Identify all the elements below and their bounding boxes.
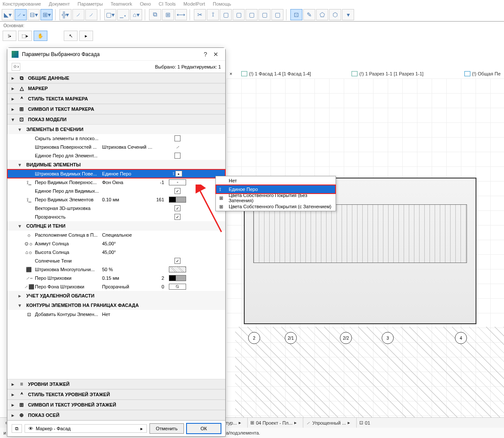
tool-btn[interactable]: ◣▾ <box>2 9 14 20</box>
prop-sun-azimuth[interactable]: ⊙☼Азимут Солнца45,00° <box>7 239 225 248</box>
section-model-display[interactable]: ▾⊡ПОКАЗ МОДЕЛИ <box>7 114 225 125</box>
axis-label: 2/2 <box>340 332 352 344</box>
prop-single-pen-visible[interactable]: Единое Перо для Видимых...✓ <box>7 187 225 195</box>
tab-perspective[interactable]: (!) Общая Пе <box>461 70 504 77</box>
menu-item[interactable]: Teamwork <box>111 1 132 6</box>
dd-option-own-colors-shaded[interactable]: ⊞Цвета Собственного Покрытия (с Затенени… <box>216 202 336 211</box>
prop-single-pen-cut[interactable]: Единое Перо для Элемент... <box>7 151 225 160</box>
tool-btn[interactable]: ⎯▾ <box>117 9 129 20</box>
tool-btn[interactable]: ⊟▾ <box>28 9 40 20</box>
tab-section[interactable]: (!) 1 Разрез 1-1 [1 Разрез 1-1] <box>348 70 427 77</box>
subheader-sun[interactable]: ▾СОЛНЦЕ И ТЕНИ <box>7 221 225 231</box>
tool-btn[interactable]: ✎ <box>303 9 315 20</box>
axis-label: 3 <box>382 332 394 344</box>
close-button[interactable]: ✕ <box>211 51 221 58</box>
dialog-title: Параметры Выбранного Фасада <box>22 51 200 57</box>
menu-item[interactable]: Окно <box>140 1 151 6</box>
tool-btn[interactable]: ⊡ <box>290 9 302 20</box>
axis-label: 2 <box>248 332 260 344</box>
display-option[interactable]: Упрощенный ... <box>312 420 346 425</box>
toolbar: ◣▾ ⟋▾ ⊟▾ ⊞▾ ╬▾ ⟋ ⟋ ▢▾ ⎯▾ ⌂▾ ⧉ ⊞ ⟷ ✂ ⟟ ▢ … <box>0 8 504 22</box>
prop-transparency[interactable]: Прозрачность✓ <box>7 213 225 221</box>
tool-btn[interactable]: ▢ <box>220 9 232 20</box>
layer-icon[interactable]: ⧉ <box>12 424 22 433</box>
tool-btn[interactable]: ⟋ <box>85 9 97 20</box>
section-marker-text-style[interactable]: ▸ᴬСТИЛЬ ТЕКСТА МАРКЕРА <box>7 94 225 104</box>
pen-set[interactable]: 04 Проект - Пл... <box>256 420 292 425</box>
prop-hide-elements[interactable]: Скрыть элементы в плоско... <box>7 134 225 143</box>
tool-btn[interactable]: ⬠ <box>316 9 328 20</box>
tool-btn[interactable]: ✂ <box>194 9 206 20</box>
marker-label-field[interactable]: 👁Маркер - Фасад▸ <box>25 424 147 433</box>
tool-btn[interactable]: ⧉ <box>149 9 161 20</box>
subheader-visible[interactable]: ▾ВИДИМЫЕ ЭЛЕМЕНТЫ <box>7 160 225 169</box>
renovation-filter[interactable]: 01 <box>365 420 370 425</box>
section-story-text-style[interactable]: ▸ᴬСТИЛЬ ТЕКСТА УРОВНЕЙ ЭТАЖЕЙ <box>7 389 225 400</box>
prop-fill-bg-pen[interactable]: ⟋⬛Перо Фона ШтриховкиПрозрачный0 <box>7 282 225 291</box>
dd-option-own-colors-unshaded[interactable]: ⊞Цвета Собственного Покрытия (Без Затене… <box>216 194 336 202</box>
fill-type-dropdown: Нет ⟟Единое Перо ⊞Цвета Собственного Пок… <box>215 176 336 211</box>
tab-elevation[interactable]: (!) 1 Фасад 1-4 [1 Фасад 1-4] <box>238 70 314 77</box>
prop-visible-fill[interactable]: Штриховка Видимых Пове...Единое Перо⟟▸ <box>7 169 225 178</box>
archicad-icon <box>12 51 19 58</box>
tool-btn[interactable]: ⊞ <box>162 9 174 20</box>
prop-sun-position[interactable]: ☼Расположение Солнца в П...Специальное <box>7 231 225 239</box>
tool2-btn[interactable]: ✋ <box>34 31 47 41</box>
view-tabs: × (!) 1 Фасад 1-4 [1 Фасад 1-4] (!) 1 Ра… <box>227 69 504 78</box>
tab-close-icon[interactable]: × <box>227 71 235 76</box>
prop-shadow-fill[interactable]: ⬛Штриховка Многоугольни...50 % <box>7 265 225 274</box>
section-general[interactable]: ▸⧉ОБЩИЕ ДАННЫЕ <box>7 73 225 83</box>
dd-option-single-pen[interactable]: ⟟Единое Перо <box>216 185 336 194</box>
prop-add-contours[interactable]: ⊡Добавить Контуры Элемен...Нет <box>7 310 225 319</box>
menu-item[interactable]: Помощь <box>213 1 231 6</box>
tool-btn[interactable]: ▢ <box>246 9 258 20</box>
tool-btn[interactable]: ▢ <box>233 9 245 20</box>
help-button[interactable]: ? <box>200 51 211 58</box>
drawing-canvas[interactable]: 2 2/1 2/2 3 4 <box>227 78 504 417</box>
prop-vector-hatch[interactable]: Векторная 3D-штриховка✓ <box>7 204 225 213</box>
section-marker[interactable]: ▸△МАРКЕР <box>7 83 225 94</box>
tool-btn[interactable]: ⟟ <box>207 9 219 20</box>
section-grid-display[interactable]: ▸⊕ПОКАЗ ОСЕЙ <box>7 410 225 420</box>
arrow-icon[interactable]: ↖ <box>64 31 78 41</box>
tool-btn[interactable]: ⟋▾ <box>15 9 27 20</box>
subheader-boundary[interactable]: ▾КОНТУРЫ ЭЛЕМЕНТОВ НА ГРАНИЦАХ ФАСАДА <box>7 300 225 310</box>
prop-visible-elements-pen[interactable]: ⟟⎯Перо Видимых Элементов0.10 мм161 <box>7 195 225 204</box>
menu-item[interactable]: CI Tools <box>159 1 176 6</box>
prop-sun-altitude[interactable]: ⌂☼Высота Солнца45,00° <box>7 248 225 257</box>
menu-item[interactable]: Конструирование <box>3 1 41 6</box>
subheader-cut[interactable]: ▾ЭЛЕМЕНТЫ В СЕЧЕНИИ <box>7 125 225 134</box>
dialog-footer: ⧉ 👁Маркер - Фасад▸ Отменить ОК <box>7 420 225 436</box>
prop-visible-surface-pen[interactable]: ⟟⎯Перо Видимых Поверхнос...Фон Окна-1▫ <box>7 178 225 187</box>
dialog-titlebar: Параметры Выбранного Фасада ? ✕ <box>7 48 225 61</box>
ok-button[interactable]: ОК <box>187 423 221 434</box>
tool2-btn[interactable]: ▸ <box>79 31 93 41</box>
toolbar2: ⟟▸ ⬚▸ ✋ ↖ ▸ <box>0 30 504 42</box>
tool-btn[interactable]: ▢▾ <box>104 9 116 20</box>
favorites-button[interactable]: ☆› <box>12 63 20 71</box>
menu-item[interactable]: ModelPort <box>184 1 205 6</box>
dialog-top-row: ☆› Выбрано: 1 Редактируемых: 1 <box>7 61 225 73</box>
prop-surface-fill[interactable]: Штриховка Поверхностей ...Штриховка Сече… <box>7 143 225 151</box>
tool-btn[interactable]: ▢ <box>258 9 271 20</box>
subheader-remote[interactable]: ▸УЧЕТ УДАЛЕННОЙ ОБЛАСТИ <box>7 291 225 300</box>
section-story-symbol[interactable]: ▸⊞СИМВОЛ И ТЕКСТ УРОВНЕЙ ЭТАЖЕЙ <box>7 400 225 410</box>
menu-item[interactable]: Документ <box>49 1 70 6</box>
tool-btn[interactable]: ▾ <box>342 9 354 20</box>
section-marker-symbol[interactable]: ▸⊞СИМВОЛ И ТЕКСТ МАРКЕРА <box>7 104 225 114</box>
tool2-btn[interactable]: ⬚▸ <box>18 31 32 41</box>
dd-option-none[interactable]: Нет <box>216 176 336 185</box>
prop-fill-pen[interactable]: ⟋⎯Перо Штриховки0.15 мм2 <box>7 274 225 282</box>
prop-sun-shadows[interactable]: Солнечные Тени✓ <box>7 257 225 265</box>
tool-btn[interactable]: ⊞▾ <box>40 9 53 20</box>
tool-btn[interactable]: ⟋ <box>72 9 84 20</box>
tool2-btn[interactable]: ⟟▸ <box>3 31 16 41</box>
tool-btn[interactable]: ⟷ <box>175 9 187 20</box>
cancel-button[interactable]: Отменить <box>149 423 184 434</box>
tool-btn[interactable]: ⬡ <box>329 9 341 20</box>
tool-btn[interactable]: ⌂▾ <box>130 9 142 20</box>
menu-item[interactable]: Параметры <box>78 1 103 6</box>
section-story-levels[interactable]: ▸≡УРОВНИ ЭТАЖЕЙ <box>7 379 225 389</box>
tool-btn[interactable]: ▢ <box>271 9 283 20</box>
grid-icon[interactable]: ╬▾ <box>59 9 72 20</box>
